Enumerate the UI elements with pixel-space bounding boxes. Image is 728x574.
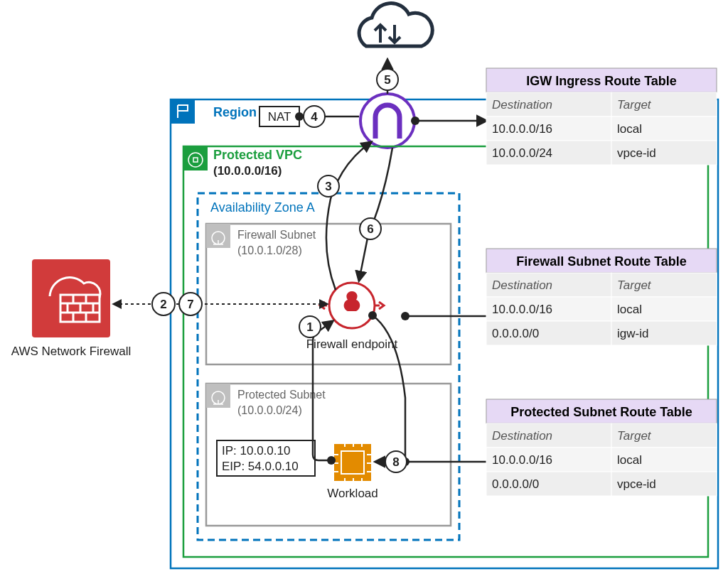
svg-text:local: local <box>617 303 642 316</box>
svg-text:local: local <box>617 122 642 136</box>
svg-text:2: 2 <box>160 298 166 311</box>
workload-label: Workload <box>327 487 378 500</box>
svg-text:7: 7 <box>187 298 193 311</box>
prot-subnet-cidr: (10.0.0.0/24) <box>237 404 302 416</box>
workload-ip: IP: 10.0.0.10 <box>222 444 290 457</box>
svg-text:vpce-id: vpce-id <box>617 477 656 491</box>
svg-text:Firewall Subnet Route Table: Firewall Subnet Route Table <box>516 254 687 269</box>
svg-text:10.0.0.0/24: 10.0.0.0/24 <box>492 146 552 160</box>
svg-text:Target: Target <box>617 278 652 292</box>
svg-text:1: 1 <box>306 320 313 334</box>
firewall-endpoint-icon <box>320 283 384 328</box>
flow-3 <box>326 142 371 290</box>
cloud-icon <box>359 4 432 46</box>
fw-subnet-cidr: (10.0.1.0/28) <box>237 244 302 256</box>
workload-eip: EIP: 54.0.0.10 <box>222 460 299 473</box>
igw-icon <box>360 94 414 148</box>
fw-subnet-name: Firewall Subnet <box>237 229 316 241</box>
svg-text:IGW Ingress Route Table: IGW Ingress Route Table <box>526 74 677 88</box>
svg-text:0.0.0.0/0: 0.0.0.0/0 <box>492 477 539 491</box>
aws-nfw-label: AWS Network Firewall <box>11 345 131 358</box>
svg-text:igw-id: igw-id <box>617 327 648 340</box>
fw-endpoint-label: Firewall endpoint <box>306 337 398 351</box>
svg-text:10.0.0.0/16: 10.0.0.0/16 <box>492 122 552 136</box>
svg-text:Destination: Destination <box>492 429 552 443</box>
svg-text:10.0.0.0/16: 10.0.0.0/16 <box>492 453 552 467</box>
svg-text:Destination: Destination <box>492 98 552 112</box>
vpc-cidr: (10.0.0.0/16) <box>213 164 282 178</box>
svg-text:Destination: Destination <box>492 278 552 292</box>
prot-route-table: Protected Subnet Route Table Destination… <box>486 399 717 496</box>
svg-text:local: local <box>617 453 642 467</box>
svg-text:3: 3 <box>325 180 331 193</box>
svg-text:0.0.0.0/0: 0.0.0.0/0 <box>492 327 539 340</box>
svg-text:10.0.0.0/16: 10.0.0.0/16 <box>492 303 552 316</box>
svg-text:6: 6 <box>367 222 373 236</box>
igw-route-table: IGW Ingress Route Table DestinationTarge… <box>486 68 717 165</box>
svg-text:Target: Target <box>617 429 652 443</box>
svg-rect-4 <box>334 444 371 481</box>
svg-point-1 <box>360 94 414 148</box>
workload-icon <box>334 443 371 482</box>
svg-text:8: 8 <box>392 455 399 469</box>
vpc-name: Protected VPC <box>213 148 302 162</box>
region-label: Region <box>213 105 257 119</box>
svg-text:5: 5 <box>384 73 390 87</box>
fw-route-table: Firewall Subnet Route Table DestinationT… <box>486 249 717 345</box>
architecture-diagram: Region NAT Protected VPC (10.0.0.0/16) A… <box>0 0 728 574</box>
svg-text:Protected Subnet Route Table: Protected Subnet Route Table <box>510 405 692 419</box>
flow-6 <box>359 148 392 281</box>
svg-text:vpce-id: vpce-id <box>617 146 656 160</box>
nat-label: NAT <box>268 110 291 124</box>
svg-text:4: 4 <box>311 110 318 124</box>
svg-text:Target: Target <box>617 98 652 112</box>
az-label: Availability Zone A <box>210 200 315 215</box>
